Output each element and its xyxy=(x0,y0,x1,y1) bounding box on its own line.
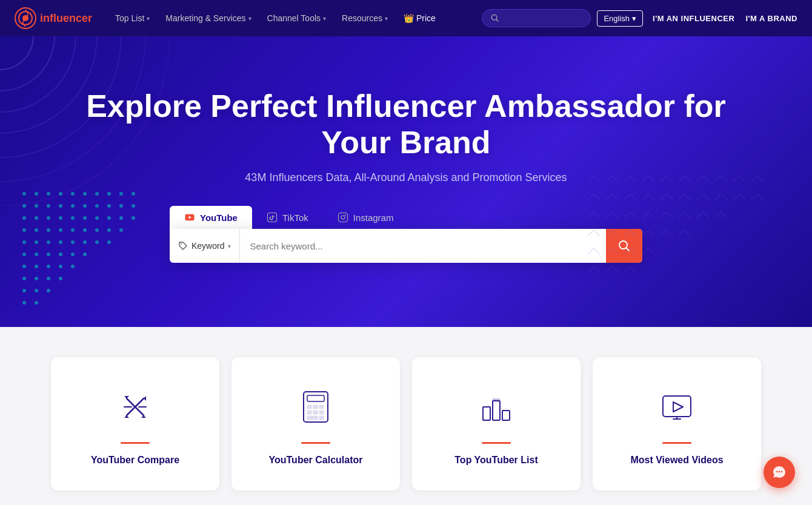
svg-point-39 xyxy=(119,216,123,220)
svg-point-46 xyxy=(83,228,87,232)
svg-point-15 xyxy=(71,192,75,196)
svg-marker-93 xyxy=(124,415,129,418)
platform-tabs: YouTube TikTok Instagram xyxy=(170,206,408,229)
svg-point-48 xyxy=(107,228,111,232)
logo[interactable]: influencer xyxy=(15,7,92,29)
tiktok-icon xyxy=(267,212,278,223)
svg-point-34 xyxy=(59,216,62,220)
svg-rect-104 xyxy=(483,407,490,420)
nav-top-list[interactable]: Top List ▾ xyxy=(109,8,156,28)
svg-point-69 xyxy=(22,277,26,280)
svg-rect-102 xyxy=(307,416,318,420)
svg-point-47 xyxy=(95,228,99,232)
svg-point-76 xyxy=(22,301,26,305)
svg-point-20 xyxy=(131,192,135,196)
language-selector[interactable]: English ▾ xyxy=(597,10,643,27)
svg-point-114 xyxy=(779,471,780,473)
svg-marker-109 xyxy=(673,402,683,412)
nav-search-box[interactable] xyxy=(482,9,591,27)
svg-point-31 xyxy=(22,216,26,220)
svg-point-71 xyxy=(47,277,50,280)
svg-rect-99 xyxy=(307,411,311,414)
search-btn-icon xyxy=(617,239,631,252)
card-youtuber-compare[interactable]: YouTuber Compare xyxy=(51,357,219,490)
chat-bubble-button[interactable] xyxy=(764,457,795,488)
svg-point-51 xyxy=(35,240,38,244)
card-youtuber-calculator[interactable]: YouTuber Calculator xyxy=(231,357,400,490)
tab-instagram[interactable]: Instagram xyxy=(323,206,408,229)
tab-tiktok[interactable]: TikTok xyxy=(252,206,323,229)
svg-point-18 xyxy=(107,192,111,196)
card-label: YouTuber Compare xyxy=(91,455,179,466)
svg-marker-92 xyxy=(144,396,146,401)
influencer-btn[interactable]: I'M AN INFLUENCER xyxy=(653,14,734,23)
svg-point-63 xyxy=(83,252,87,256)
search-button[interactable] xyxy=(606,229,642,263)
svg-point-4 xyxy=(0,36,33,70)
svg-point-68 xyxy=(71,265,75,268)
svg-point-26 xyxy=(83,204,87,208)
svg-rect-103 xyxy=(319,416,324,420)
svg-point-82 xyxy=(341,216,345,219)
svg-point-40 xyxy=(131,216,135,220)
svg-point-6 xyxy=(0,36,76,112)
svg-point-67 xyxy=(59,265,62,268)
card-divider xyxy=(121,442,150,444)
svg-point-13 xyxy=(47,192,50,196)
svg-point-65 xyxy=(35,265,38,268)
svg-point-49 xyxy=(119,228,123,232)
card-most-viewed-videos[interactable]: Most Viewed Videos xyxy=(593,357,761,490)
calculator-icon xyxy=(298,389,334,425)
svg-point-115 xyxy=(781,471,783,473)
card-label: Top YouTuber List xyxy=(454,455,537,466)
nav-resources[interactable]: Resources ▾ xyxy=(336,8,394,28)
svg-point-28 xyxy=(107,204,111,208)
svg-point-54 xyxy=(71,240,75,244)
svg-marker-91 xyxy=(141,415,146,418)
card-divider xyxy=(662,442,691,444)
search-bar: Keyword ▾ xyxy=(170,229,642,263)
brand-btn[interactable]: I'M A BRAND xyxy=(745,14,797,23)
nav-channel-tools[interactable]: Channel Tools ▾ xyxy=(261,8,332,28)
nav-links: Top List ▾ Marketing & Services ▾ Channe… xyxy=(109,8,482,28)
svg-point-73 xyxy=(22,289,26,292)
hero-title: Explore Perfect Influencer Ambassador fo… xyxy=(73,88,739,161)
chevron-down-icon: ▾ xyxy=(228,243,231,249)
svg-point-56 xyxy=(95,240,99,244)
svg-point-52 xyxy=(47,240,50,244)
svg-point-30 xyxy=(131,204,135,208)
svg-rect-97 xyxy=(313,405,318,409)
svg-point-36 xyxy=(83,216,87,220)
svg-point-27 xyxy=(95,204,99,208)
tab-youtube[interactable]: YouTube xyxy=(170,206,252,229)
svg-point-16 xyxy=(83,192,87,196)
compare-icon xyxy=(117,389,153,425)
svg-rect-95 xyxy=(307,395,324,401)
svg-point-75 xyxy=(47,289,50,292)
svg-rect-106 xyxy=(502,411,510,420)
svg-point-42 xyxy=(35,228,38,232)
svg-point-60 xyxy=(47,252,50,256)
svg-point-62 xyxy=(71,252,75,256)
search-keyword-dropdown[interactable]: Keyword ▾ xyxy=(170,229,240,263)
svg-point-61 xyxy=(59,252,62,256)
svg-point-55 xyxy=(83,240,87,244)
search-input[interactable] xyxy=(240,229,606,263)
svg-point-19 xyxy=(119,192,123,196)
svg-rect-98 xyxy=(319,405,324,409)
nav-search-input[interactable] xyxy=(503,14,582,23)
card-top-youtuber-list[interactable]: Top YouTuber List xyxy=(412,357,581,490)
nav-auth: I'M AN INFLUENCER I'M A BRAND xyxy=(653,14,797,23)
tag-icon xyxy=(178,241,188,251)
svg-point-74 xyxy=(35,289,38,292)
nav-marketing[interactable]: Marketing & Services ▾ xyxy=(159,8,257,28)
chevron-down-icon: ▾ xyxy=(385,15,388,22)
svg-point-35 xyxy=(71,216,75,220)
svg-point-37 xyxy=(95,216,99,220)
search-container: YouTube TikTok Instagram xyxy=(170,206,642,263)
nav-price[interactable]: 👑 Price xyxy=(398,8,442,28)
svg-point-12 xyxy=(35,192,38,196)
cards-section: YouTuber Compare YouTuber Calculator xyxy=(0,327,812,505)
svg-point-22 xyxy=(35,204,38,208)
svg-point-29 xyxy=(119,204,123,208)
